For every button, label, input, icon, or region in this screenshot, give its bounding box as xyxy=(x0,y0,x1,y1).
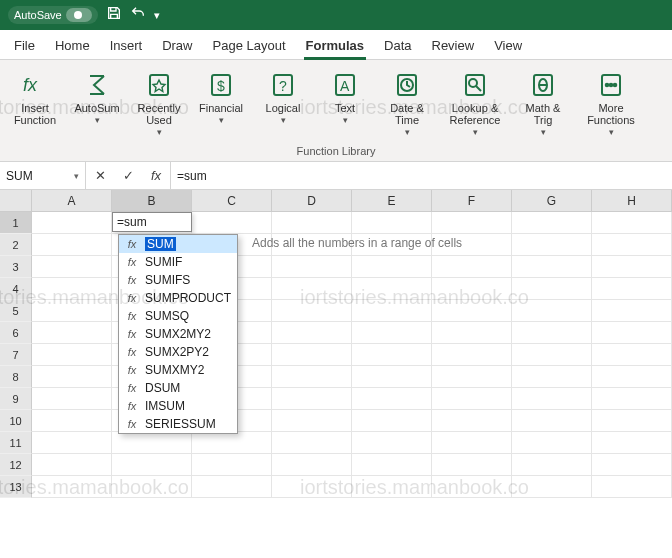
qat-more-icon[interactable]: ▾ xyxy=(154,9,160,22)
cell[interactable] xyxy=(592,278,672,300)
cell[interactable] xyxy=(512,322,592,344)
tab-file[interactable]: File xyxy=(4,32,45,59)
cell[interactable] xyxy=(352,256,432,278)
row-header[interactable]: 10 xyxy=(0,410,32,432)
cell[interactable] xyxy=(352,278,432,300)
cell[interactable] xyxy=(432,278,512,300)
cell[interactable] xyxy=(272,322,352,344)
logical-button[interactable]: ? Logical ▾ xyxy=(252,66,314,141)
cell[interactable] xyxy=(32,432,112,454)
row-header[interactable]: 7 xyxy=(0,344,32,366)
cell[interactable] xyxy=(352,366,432,388)
row-header[interactable]: 13 xyxy=(0,476,32,498)
cell[interactable] xyxy=(192,432,272,454)
name-box[interactable]: SUM ▾ xyxy=(0,162,86,189)
cell[interactable] xyxy=(272,300,352,322)
autocomplete-item[interactable]: fxSUMSQ xyxy=(119,307,237,325)
row-header[interactable]: 1 xyxy=(0,212,32,234)
col-header-c[interactable]: C xyxy=(192,190,272,211)
cell[interactable] xyxy=(32,366,112,388)
cell[interactable] xyxy=(32,454,112,476)
cell[interactable] xyxy=(352,454,432,476)
formula-bar[interactable]: =sum xyxy=(171,162,672,189)
cell[interactable] xyxy=(592,454,672,476)
cell[interactable] xyxy=(512,366,592,388)
cell[interactable] xyxy=(352,322,432,344)
cell[interactable] xyxy=(32,278,112,300)
cell[interactable] xyxy=(432,476,512,498)
cell[interactable] xyxy=(352,300,432,322)
cell[interactable] xyxy=(32,344,112,366)
cell[interactable] xyxy=(272,278,352,300)
cell[interactable] xyxy=(32,256,112,278)
cell[interactable] xyxy=(592,300,672,322)
cell[interactable] xyxy=(192,212,272,234)
cell[interactable] xyxy=(352,388,432,410)
row-header[interactable]: 3 xyxy=(0,256,32,278)
tab-draw[interactable]: Draw xyxy=(152,32,202,59)
cell[interactable] xyxy=(592,212,672,234)
row-header[interactable]: 4 xyxy=(0,278,32,300)
cell-editor[interactable]: =sum xyxy=(112,212,192,232)
cell[interactable] xyxy=(592,410,672,432)
select-all-corner[interactable] xyxy=(0,190,32,211)
cell[interactable] xyxy=(592,256,672,278)
formula-autocomplete-list[interactable]: fxSUMfxSUMIFfxSUMIFSfxSUMPRODUCTfxSUMSQf… xyxy=(118,234,238,434)
cell[interactable] xyxy=(432,366,512,388)
tab-view[interactable]: View xyxy=(484,32,532,59)
cell[interactable] xyxy=(32,322,112,344)
cell[interactable] xyxy=(432,344,512,366)
row-header[interactable]: 2 xyxy=(0,234,32,256)
date-time-button[interactable]: Date &Time ▾ xyxy=(376,66,438,141)
cell[interactable] xyxy=(512,476,592,498)
undo-icon[interactable] xyxy=(130,5,146,25)
more-functions-button[interactable]: MoreFunctions ▾ xyxy=(574,66,648,141)
cell[interactable] xyxy=(272,476,352,498)
autocomplete-item[interactable]: fxSUMIF xyxy=(119,253,237,271)
autocomplete-item[interactable]: fxSUMX2MY2 xyxy=(119,325,237,343)
cell[interactable] xyxy=(352,432,432,454)
row-header[interactable]: 5 xyxy=(0,300,32,322)
tab-home[interactable]: Home xyxy=(45,32,100,59)
cell[interactable] xyxy=(112,454,192,476)
cell[interactable] xyxy=(592,432,672,454)
financial-button[interactable]: $ Financial ▾ xyxy=(190,66,252,141)
autocomplete-item[interactable]: fxSERIESSUM xyxy=(119,415,237,433)
cell[interactable] xyxy=(512,212,592,234)
tab-data[interactable]: Data xyxy=(374,32,421,59)
tab-formulas[interactable]: Formulas xyxy=(296,32,375,59)
cell[interactable] xyxy=(432,432,512,454)
cell[interactable] xyxy=(432,212,512,234)
row-header[interactable]: 12 xyxy=(0,454,32,476)
col-header-a[interactable]: A xyxy=(32,190,112,211)
cell[interactable] xyxy=(352,344,432,366)
cell[interactable] xyxy=(592,476,672,498)
cell[interactable] xyxy=(352,212,432,234)
cell[interactable] xyxy=(32,234,112,256)
col-header-f[interactable]: F xyxy=(432,190,512,211)
autocomplete-item[interactable]: fxSUMPRODUCT xyxy=(119,289,237,307)
cell[interactable] xyxy=(512,256,592,278)
cell[interactable] xyxy=(352,410,432,432)
cell[interactable] xyxy=(432,388,512,410)
col-header-h[interactable]: H xyxy=(592,190,672,211)
cell[interactable] xyxy=(432,454,512,476)
cell[interactable] xyxy=(352,476,432,498)
cell[interactable] xyxy=(272,212,352,234)
cell[interactable] xyxy=(512,344,592,366)
cell[interactable] xyxy=(32,300,112,322)
cell[interactable] xyxy=(272,388,352,410)
cell[interactable] xyxy=(272,432,352,454)
save-icon[interactable] xyxy=(106,5,122,25)
cell[interactable] xyxy=(432,322,512,344)
autosum-button[interactable]: AutoSum ▾ xyxy=(66,66,128,141)
autocomplete-item[interactable]: fxSUMXMY2 xyxy=(119,361,237,379)
cell[interactable] xyxy=(512,410,592,432)
math-trig-button[interactable]: Math &Trig ▾ xyxy=(512,66,574,141)
col-header-e[interactable]: E xyxy=(352,190,432,211)
row-header[interactable]: 11 xyxy=(0,432,32,454)
cell[interactable] xyxy=(272,454,352,476)
cell[interactable] xyxy=(432,300,512,322)
autocomplete-item[interactable]: fxIMSUM xyxy=(119,397,237,415)
enter-formula-button[interactable]: ✓ xyxy=(114,168,142,183)
